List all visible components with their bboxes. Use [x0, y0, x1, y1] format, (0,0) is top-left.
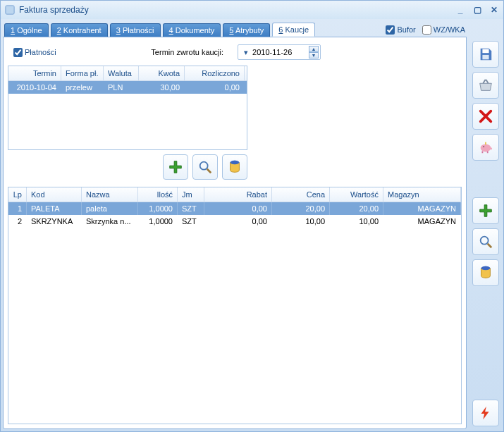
save-icon: [478, 47, 493, 62]
platnosci-checkbox[interactable]: Płatności: [13, 48, 56, 57]
add-payment-button[interactable]: [163, 154, 188, 180]
search-icon: [197, 159, 213, 175]
minimize-button[interactable]: _: [455, 5, 465, 15]
col-ilosc[interactable]: Ilość: [138, 187, 178, 202]
svg-point-4: [231, 161, 240, 165]
col-termin[interactable]: Termin: [8, 66, 61, 80]
items-grid[interactable]: Lp Kod Nazwa Ilość Jm Rabat Cena Wartość…: [8, 187, 462, 424]
delete-icon: [478, 109, 493, 124]
tab-kontrahent[interactable]: 2 Kontrahent: [51, 23, 108, 37]
payment-row[interactable]: 2010-10-04 przelew PLN 30,00 0,00: [8, 81, 247, 94]
tab-platnosci[interactable]: 3 Płatności: [110, 23, 161, 37]
item-row[interactable]: 1 PALETA paleta 1,0000 SZT 0,00 20,00 20…: [8, 202, 461, 215]
wzwka-checkbox[interactable]: WZ/WKA: [422, 25, 465, 35]
bolt-button[interactable]: [472, 400, 499, 426]
payments-grid[interactable]: Termin Forma pł. Waluta Kwota Rozliczono…: [8, 66, 247, 150]
col-magazyn[interactable]: Magazyn: [383, 187, 461, 202]
item-row[interactable]: 2 SKRZYNKA Skrzynka n... 1,0000 SZT 0,00…: [8, 215, 461, 228]
col-nazwa[interactable]: Nazwa: [82, 187, 138, 202]
tab-kaucje[interactable]: 6 Kaucje: [272, 23, 315, 37]
svg-point-7: [481, 144, 491, 152]
col-lp[interactable]: Lp: [8, 187, 27, 202]
col-kwota[interactable]: Kwota: [139, 66, 185, 80]
barrel-payment-button[interactable]: [222, 154, 247, 180]
tabstrip: 1 Ogólne 2 Kontrahent 3 Płatności 4 Doku…: [3, 21, 467, 37]
col-cena[interactable]: Cena: [272, 187, 330, 202]
piggy-button[interactable]: [472, 134, 499, 161]
col-rabat[interactable]: Rabat: [204, 187, 272, 202]
tab-atrybuty[interactable]: 5 Atrybuty: [223, 23, 270, 37]
bufor-checkbox[interactable]: Bufor: [386, 25, 415, 35]
basket-icon: [478, 78, 493, 93]
svg-rect-5: [482, 49, 488, 54]
close-button[interactable]: ✕: [489, 5, 499, 15]
col-jm[interactable]: Jm: [178, 187, 204, 202]
svg-point-10: [481, 237, 488, 245]
payments-toolbar: [8, 150, 247, 187]
add-item-button[interactable]: [472, 197, 499, 224]
wzwka-input[interactable]: [422, 25, 431, 35]
window-title: Faktura sprzedaży: [19, 5, 455, 15]
col-rozliczono[interactable]: Rozliczono: [185, 66, 245, 80]
bolt-icon: [478, 405, 493, 421]
col-waluta[interactable]: Waluta: [104, 66, 139, 80]
piggy-icon: [478, 140, 493, 155]
svg-line-11: [488, 244, 492, 248]
basket-button[interactable]: [472, 72, 499, 99]
app-window: Faktura sprzedaży _ ▢ ✕ 1 Ogólne 2 Kontr…: [0, 0, 504, 432]
svg-point-13: [481, 266, 491, 271]
col-kod[interactable]: Kod: [27, 187, 82, 202]
termin-date-input[interactable]: ▾ 2010-11-26 ▲ ▼: [238, 44, 321, 60]
plus-icon: [478, 203, 493, 218]
svg-point-1: [200, 162, 208, 170]
termin-date-value: 2010-11-26: [252, 48, 305, 56]
search-payment-button[interactable]: [192, 154, 218, 180]
svg-point-8: [483, 146, 484, 147]
svg-rect-6: [482, 55, 488, 59]
barrel-icon: [478, 265, 493, 280]
bufor-input[interactable]: [386, 25, 395, 35]
barrel-item-button[interactable]: [472, 259, 499, 286]
date-spin-up[interactable]: ▲: [309, 46, 319, 52]
search-item-button[interactable]: [472, 228, 499, 255]
side-toolbar: [470, 21, 501, 429]
tab-ogolne[interactable]: 1 Ogólne: [4, 23, 49, 37]
col-wartosc[interactable]: Wartość: [330, 187, 383, 202]
svg-line-2: [207, 169, 211, 173]
termin-label: Termin zwrotu kaucji:: [151, 48, 223, 56]
delete-button[interactable]: [472, 103, 499, 130]
titlebar: Faktura sprzedaży _ ▢ ✕: [1, 1, 503, 19]
tab-dokumenty[interactable]: 4 Dokumenty: [163, 23, 221, 37]
svg-rect-9: [485, 142, 486, 145]
plus-icon: [168, 159, 183, 175]
svg-rect-0: [6, 6, 14, 14]
save-button[interactable]: [472, 41, 499, 68]
window-controls: _ ▢ ✕: [455, 5, 499, 15]
tab-panel-kaucje: Płatności Termin zwrotu kaucji: ▾ 2010-1…: [3, 37, 467, 429]
platnosci-input[interactable]: [13, 48, 23, 57]
app-icon: [5, 5, 15, 15]
search-icon: [478, 234, 493, 249]
date-spin-down[interactable]: ▼: [309, 52, 319, 58]
col-forma[interactable]: Forma pł.: [61, 66, 104, 80]
maximize-button[interactable]: ▢: [472, 5, 482, 15]
dropdown-icon[interactable]: ▾: [244, 48, 248, 57]
barrel-icon: [227, 159, 242, 175]
top-controls: Płatności Termin zwrotu kaucji: ▾ 2010-1…: [8, 42, 462, 66]
